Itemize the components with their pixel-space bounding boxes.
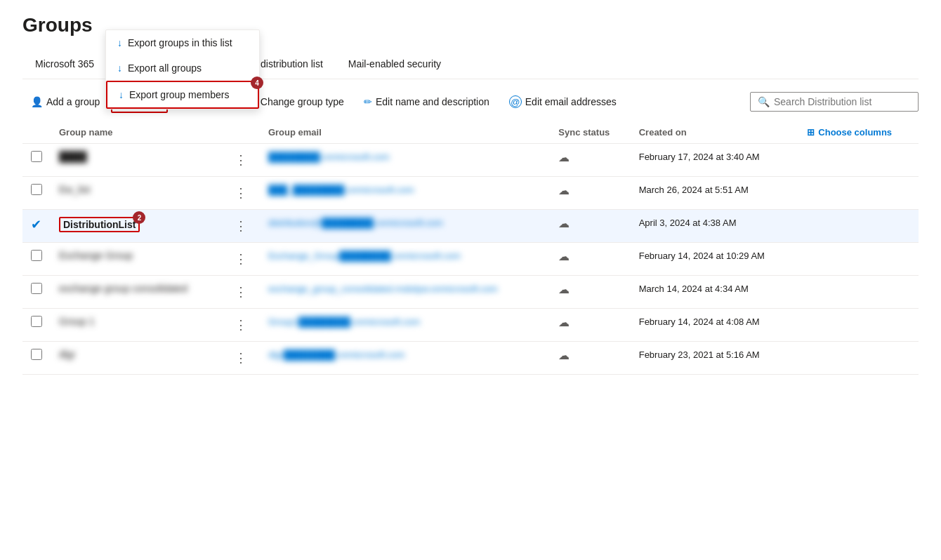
col-choose-columns[interactable]: ⊞ Choose columns [798,121,919,144]
row2-checkbox[interactable] [31,184,42,195]
row5-created-on: March 14, 2024 at 4:34 AM [639,284,749,294]
export-dropdown: ↓ Export groups in this list ↓ Export al… [105,29,260,109]
table-row: exchange group consolidated ⋮ exchange_g… [22,276,919,309]
row5-more-button[interactable]: ⋮ [230,283,251,301]
table-row: Exchange Group ⋮ Exchange_Group████████.… [22,243,919,276]
row1-sync-icon: ☁ [558,152,570,164]
col-more [222,121,260,144]
search-box[interactable]: 🔍 [750,92,919,112]
row4-group-name: Exchange Group [59,250,133,261]
row1-group-email: ████████.onmicrosoft.com [268,152,390,162]
search-icon: 🔍 [758,96,770,107]
row3-created-on: April 3, 2024 at 4:38 AM [639,218,737,228]
row2-group-name: Ew_list [59,184,90,195]
row3-more-button[interactable]: ⋮ [230,217,251,235]
row3-sync-icon: ☁ [558,218,570,229]
row5-checkbox[interactable] [31,283,42,294]
table-row: Ew_list ⋮ ███_████████.onmicrosoft.com ☁… [22,177,919,210]
row7-sync-icon: ☁ [558,349,570,361]
row6-more-button[interactable]: ⋮ [230,316,251,334]
row4-checkbox[interactable] [31,250,42,261]
row5-group-email: exchange_group_consolidated.msbdyw.onmic… [268,284,498,294]
row6-group-email: Group1████████.onmicrosoft.com [268,316,420,327]
row5-group-name: exchange group consolidated [59,283,187,294]
row5-sync-icon: ☁ [558,284,570,295]
tab-mail-enabled-security[interactable]: Mail-enabled security [336,51,454,78]
export-list-icon: ↓ [117,37,122,48]
add-group-icon: 👤 [31,96,43,107]
table-row: ✔ DistributionList 2 ⋮ distribution@████… [22,210,919,243]
row6-sync-icon: ☁ [558,316,570,328]
row3-name-badge: 2 [133,211,145,224]
row7-checkbox[interactable] [31,349,42,360]
export-all-icon: ↓ [117,62,122,74]
row3-group-name: DistributionList 2 [59,217,140,232]
row4-more-button[interactable]: ⋮ [230,250,251,268]
row1-more-button[interactable]: ⋮ [230,151,251,169]
row7-group-email: dlgr████████.onmicrosoft.com [268,349,404,360]
table-row: ████ ⋮ ████████.onmicrosoft.com ☁ Februa… [22,144,919,177]
row1-group-name: ████ [59,151,87,162]
col-check [22,121,51,144]
search-input[interactable] [774,96,911,107]
export-member-badge: 4 [251,76,263,89]
row4-sync-icon: ☁ [558,251,570,262]
export-members-icon: ↓ [119,89,124,100]
row6-checkbox[interactable] [31,316,42,327]
row6-created-on: February 14, 2024 at 4:08 AM [639,316,760,327]
row2-sync-icon: ☁ [558,185,570,196]
col-sync-status: Sync status [550,121,630,144]
col-group-name: Group name [51,121,222,144]
export-group-members-item[interactable]: ↓ Export group members 4 [106,81,259,109]
table-row: dlgr ⋮ dlgr████████.onmicrosoft.com ☁ Fe… [22,342,919,375]
table-row: Group 1 ⋮ Group1████████.onmicrosoft.com… [22,309,919,342]
export-all-groups-item[interactable]: ↓ Export all groups [106,55,259,81]
row6-group-name: Group 1 [59,316,95,327]
col-group-email: Group email [260,121,550,144]
row3-check-mark: ✔ [31,218,41,232]
row4-group-email: Exchange_Group████████.onmicrosoft.com [268,251,461,261]
edit-email-button[interactable]: @ Edit email addresses [501,91,625,112]
row1-created-on: February 17, 2024 at 3:40 AM [639,152,760,162]
groups-table: Group name Group email Sync status Creat… [22,121,919,375]
row7-created-on: February 23, 2021 at 5:16 AM [639,349,760,360]
row2-group-email: ███_████████.onmicrosoft.com [268,185,414,195]
col-created-on: Created on [631,121,799,144]
edit-name-icon: ✏ [364,96,372,107]
edit-name-button[interactable]: ✏ Edit name and description [355,92,498,112]
row3-group-email: distribution@████████.onmicrosoft.com [268,218,443,228]
edit-email-icon: @ [509,95,522,108]
row7-more-button[interactable]: ⋮ [230,349,251,367]
row2-more-button[interactable]: ⋮ [230,184,251,202]
row7-group-name: dlgr [59,349,75,360]
choose-columns-button[interactable]: ⊞ Choose columns [807,127,910,138]
row1-checkbox[interactable] [31,151,42,162]
add-group-button[interactable]: 👤 Add a group [22,92,108,112]
row2-created-on: March 26, 2024 at 5:51 AM [639,185,749,195]
row4-created-on: February 14, 2024 at 10:29 AM [639,251,765,261]
export-groups-list-item[interactable]: ↓ Export groups in this list [106,30,259,55]
tab-microsoft365[interactable]: Microsoft 365 [22,51,107,78]
choose-columns-icon: ⊞ [807,127,815,138]
